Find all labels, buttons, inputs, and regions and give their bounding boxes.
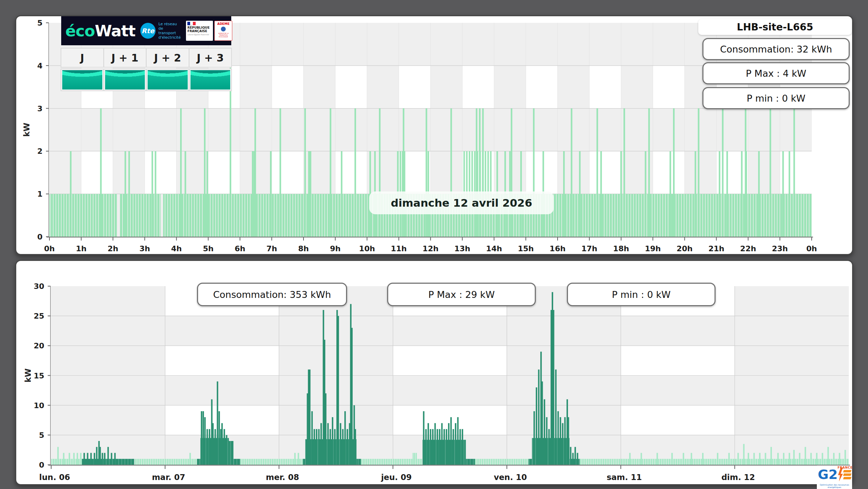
rte-logo-group: Rte Le réseau de transport d'électricité (140, 22, 181, 40)
daily-chart-panel: 0h1h2h3h4h5h6h7h8h9h10h11h12h13h14h15h16… (15, 15, 853, 255)
republique-line2: FRANÇAISE (187, 29, 212, 33)
svg-text:1: 1 (37, 190, 43, 198)
svg-text:9h: 9h (330, 244, 340, 253)
day-consumption-badge: Consommation: 32 kWh (702, 38, 850, 60)
france-flag-icon (187, 22, 196, 25)
gov-logos: RÉPUBLIQUE FRANÇAISE Liberté Égalité Fra… (186, 21, 232, 41)
ademe-globe-icon (221, 27, 226, 31)
svg-text:4: 4 (37, 62, 43, 70)
svg-text:3: 3 (37, 104, 43, 113)
svg-text:kW: kW (22, 123, 31, 137)
svg-text:5: 5 (39, 431, 44, 440)
g2-e-stripes-icon (843, 470, 851, 479)
republique-francaise-logo: RÉPUBLIQUE FRANÇAISE Liberté Égalité Fra… (186, 21, 213, 41)
svg-text:18h: 18h (613, 244, 629, 253)
g2-logo: G2 FRANCE Optimisation des ressources én… (817, 466, 852, 489)
svg-text:15: 15 (34, 372, 44, 380)
g2-tagline: Optimisation des ressources énergétiques (818, 483, 851, 488)
week-pmin-badge: P min : 0 kW (567, 283, 716, 306)
ecowatt-signal-icon-j3[interactable] (190, 69, 231, 90)
site-name: LHB-site-L665 (698, 19, 852, 35)
svg-text:3h: 3h (139, 244, 150, 253)
svg-text:0h: 0h (806, 244, 817, 253)
svg-text:0h: 0h (44, 244, 55, 253)
svg-text:7h: 7h (267, 244, 277, 253)
svg-text:17h: 17h (581, 244, 597, 253)
svg-text:mar. 07: mar. 07 (152, 473, 185, 482)
svg-text:19h: 19h (645, 244, 661, 253)
ademe-label: ADEME (217, 22, 230, 26)
svg-text:14h: 14h (486, 244, 502, 253)
ecowatt-banner: écoWatt Rte Le réseau de transport d'éle… (61, 16, 231, 45)
svg-text:6h: 6h (235, 244, 245, 253)
tab-j[interactable]: J (62, 49, 103, 67)
ecowatt-signal-icon-j2[interactable] (147, 69, 188, 90)
ademe-subtitle: AGENCE DE LA TRANSITION ÉCOLOGIQUE (216, 32, 231, 38)
svg-text:23h: 23h (772, 244, 788, 253)
svg-text:25: 25 (34, 312, 44, 320)
ecowatt-logo: écoWatt (65, 22, 136, 40)
tab-j-plus-1[interactable]: J + 1 (104, 49, 146, 67)
ecowatt-signal-icon-j1[interactable] (104, 69, 146, 90)
svg-text:2h: 2h (108, 244, 118, 253)
g2-lightning-icon (838, 468, 843, 481)
svg-text:dim. 12: dim. 12 (721, 473, 755, 482)
svg-text:16h: 16h (550, 244, 566, 253)
svg-text:5h: 5h (203, 244, 214, 253)
ecowatt-dashboard: 0h1h2h3h4h5h6h7h8h9h10h11h12h13h14h15h16… (0, 0, 868, 489)
ecowatt-logo-eco: éco (65, 22, 95, 40)
ecowatt-logo-watt: Watt (95, 22, 135, 40)
forecast-day-icons (60, 68, 232, 91)
svg-text:ven. 10: ven. 10 (494, 473, 527, 482)
svg-text:kW: kW (24, 368, 32, 383)
forecast-day-tabs: J J + 1 J + 2 J + 3 (60, 48, 232, 68)
svg-text:8h: 8h (298, 244, 309, 253)
day-pmax-badge: P Max : 4 kW (702, 62, 850, 84)
svg-text:10: 10 (34, 401, 44, 410)
svg-text:lun. 06: lun. 06 (39, 473, 70, 482)
svg-text:11h: 11h (391, 244, 407, 253)
svg-text:12h: 12h (422, 244, 438, 253)
republique-motto: Liberté Égalité Fraternité (187, 34, 212, 36)
republique-line1: RÉPUBLIQUE (187, 26, 212, 29)
svg-text:0: 0 (37, 233, 43, 241)
g2-logo-mark: G2 FRANCE Optimisation des ressources én… (818, 468, 851, 481)
weekly-chart-panel: lun. 06mar. 07mer. 08jeu. 09ven. 10sam. … (15, 260, 853, 485)
week-pmax-badge: P Max : 29 kW (387, 283, 536, 306)
svg-text:5: 5 (37, 19, 43, 27)
week-consumption-badge: Consommation: 353 kWh (197, 283, 347, 306)
ademe-logo: ADEME AGENCE DE LA TRANSITION ÉCOLOGIQUE (214, 21, 232, 41)
svg-text:4h: 4h (171, 244, 182, 253)
rte-logo-icon: Rte (140, 23, 156, 39)
svg-text:13h: 13h (454, 244, 470, 253)
svg-text:jeu. 09: jeu. 09 (381, 473, 412, 482)
svg-text:20h: 20h (676, 244, 692, 253)
svg-text:30: 30 (34, 282, 44, 291)
svg-text:22h: 22h (740, 244, 756, 253)
svg-text:20: 20 (34, 341, 44, 350)
svg-text:sam. 11: sam. 11 (607, 473, 642, 482)
svg-text:0: 0 (39, 461, 44, 469)
ecowatt-signal-icon-j[interactable] (62, 69, 103, 90)
tab-j-plus-2[interactable]: J + 2 (147, 49, 188, 67)
day-pmin-badge: P min : 0 kW (702, 87, 850, 109)
g2-logo-name: G2 (818, 469, 838, 480)
svg-text:1h: 1h (76, 244, 86, 253)
g2-country-label: FRANCE (838, 466, 852, 469)
svg-text:21h: 21h (708, 244, 724, 253)
chart-date-label: dimanche 12 avril 2026 (369, 191, 554, 214)
svg-text:2: 2 (37, 147, 43, 156)
tab-j-plus-3[interactable]: J + 3 (190, 49, 231, 67)
svg-text:15h: 15h (518, 244, 534, 253)
rte-tagline: Le réseau de transport d'électricité (158, 22, 181, 40)
svg-text:10h: 10h (359, 244, 375, 253)
svg-text:mer. 08: mer. 08 (266, 473, 299, 482)
